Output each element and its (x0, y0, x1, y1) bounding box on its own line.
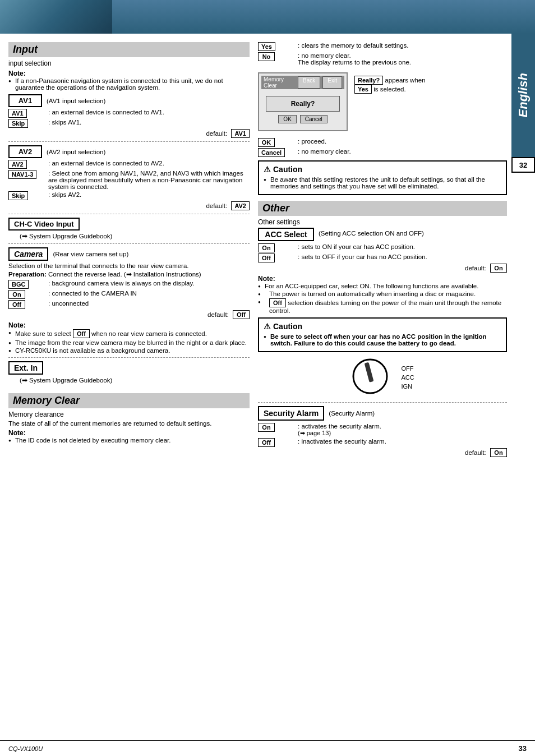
acc-note-3: Off selection disables turning on the po… (258, 298, 507, 314)
caution2-title: ⚠ Caution (264, 322, 501, 331)
acc-ign-label-item: IGN (401, 383, 414, 390)
security-off-item: Off : inactivates the security alarm. (258, 438, 507, 447)
camera-desc-off: : unconnected (48, 300, 250, 307)
camera-block: Camera (Rear view camera set up) Selecti… (8, 247, 250, 354)
yes-item: Yes : clears the memory to default setti… (258, 42, 507, 51)
av2-desc-2: : Select one from among NAV1, NAV2, and … (48, 170, 250, 190)
security-alarm-label: Security Alarm (258, 406, 324, 421)
input-note-item: If a non-Panasonic navigation system is … (8, 77, 250, 91)
banner-image (0, 0, 112, 34)
camera-item-bgc: BGC : background camera view is always o… (8, 280, 250, 289)
camera-key-bgc: BGC (8, 280, 29, 289)
acc-on-desc: : sets to ON if your car has ACC positio… (298, 243, 507, 250)
camera-note-2: The image from the rear view camera may … (8, 339, 250, 346)
screenshot-back-btn: Back (298, 76, 320, 89)
cancel-item: Cancel : no memory clear. (258, 148, 507, 157)
other-subtitle: Other settings (258, 218, 507, 226)
camera-item-on: On : connected to the CAMERA IN (8, 290, 250, 299)
bottom-model: CQ-VX100U (8, 745, 43, 752)
screenshot-buttons: OK Cancel (266, 115, 340, 123)
acc-labels: OFF ACC IGN (401, 365, 414, 390)
acc-off-label-item: OFF (401, 365, 414, 372)
yes-no-block: Yes : clears the memory to default setti… (258, 42, 507, 66)
language-label: English (516, 73, 531, 117)
av1-default: default: AV1 (8, 129, 250, 138)
cancel-desc: : no memory clear. (298, 148, 507, 155)
memory-clear-desc: The state of all of the current memories… (8, 420, 250, 427)
av2-item-2: NAV1-3 : Select one from among NAV1, NAV… (8, 170, 250, 190)
acc-note-1: For an ACC-equipped car, select ON. The … (258, 283, 507, 289)
camera-note-title: Note: (8, 321, 26, 329)
av2-desc-skip: : skips AV2. (48, 191, 250, 198)
av1-desc-2: : skips AV1. (48, 119, 250, 126)
camera-key-on: On (8, 290, 25, 299)
no-item: No : no memory clear. The display return… (258, 52, 507, 66)
screenshot-cancel-btn: Cancel (300, 115, 328, 123)
av2-item-1: AV2 : an external device is connected to… (8, 160, 250, 169)
acc-select-subtitle: (Setting ACC selection ON and OFF) (319, 228, 424, 237)
av2-block: AV2 (AV2 input selection) AV2 : an exter… (8, 145, 250, 210)
av1-desc-1: : an external device is connected to AV1… (48, 109, 250, 116)
ok-desc: : proceed. (298, 138, 507, 145)
memory-clear-note: Note: The ID code is not deleted by exec… (8, 429, 250, 444)
av2-label: AV2 (8, 145, 42, 158)
av1-subtitle: (AV1 input selection) (47, 98, 105, 104)
ch-c-ref: (➡ System Upgrade Guidebook) (20, 232, 250, 240)
camera-label: Camera (8, 247, 48, 261)
acc-select-label: ACC Select (258, 228, 314, 241)
ok-cancel-block: OK : proceed. Cancel : no memory clear. (258, 138, 507, 157)
caution1-title: ⚠ Caution (264, 165, 501, 174)
bottom-page-right: 33 (519, 744, 527, 753)
av2-key-1: AV2 (8, 160, 27, 169)
security-on-key: On (258, 423, 275, 432)
screenshot-really: Really? (266, 96, 340, 112)
av1-key-2: Skip (8, 119, 28, 128)
caution1-box: ⚠ Caution Be aware that this setting res… (258, 160, 507, 195)
no-label: No (258, 52, 275, 61)
camera-desc-on: : connected to the CAMERA IN (48, 290, 250, 297)
av1-default-value: AV1 (231, 129, 250, 138)
screenshot-exit-btn: Exit (322, 76, 342, 89)
language-tab: English (511, 34, 535, 157)
acc-note: Note: For an ACC-equipped car, select ON… (258, 275, 507, 314)
av1-label: AV1 (8, 94, 42, 107)
security-default: default: On (258, 448, 507, 457)
ch-c-label: CH-C Video Input (8, 218, 80, 231)
no-desc: : no memory clear. The display returns t… (298, 52, 507, 66)
security-on-desc: : activates the security alarm.(➡ page 1… (298, 423, 507, 437)
av2-desc-1: : an external device is connected to AV2… (48, 160, 250, 167)
acc-select-header: ACC Select (Setting ACC selection ON and… (258, 228, 507, 241)
ok-item: OK : proceed. (258, 138, 507, 147)
camera-default: default: Off (8, 310, 250, 319)
security-alarm-subtitle: (Security Alarm) (329, 410, 375, 417)
callout-really: Really? (354, 76, 383, 85)
input-section: Input input selection Note: If a non-Pan… (8, 42, 250, 384)
security-default-value: On (490, 448, 507, 457)
camera-note: Note: Make sure to select Off when no re… (8, 321, 250, 354)
av2-default: default: AV2 (8, 201, 250, 210)
camera-note-1: Make sure to select Off when no rear vie… (8, 329, 250, 338)
screenshot-ok-btn: OK (278, 115, 296, 123)
input-note: Note: If a non-Panasonic navigation syst… (8, 70, 250, 91)
camera-prep: Preparation: Connect the reverse lead. (… (8, 270, 250, 278)
acc-on-item: On : sets to ON if your car has ACC posi… (258, 243, 507, 252)
acc-note-2: The power is turned on automatically whe… (258, 291, 507, 297)
caution1-text: Be aware that this setting restores the … (264, 176, 501, 190)
ext-in-label: Ext. In (8, 361, 43, 375)
camera-desc-bgc: : background camera view is always on th… (48, 280, 250, 287)
acc-note-title: Note: (258, 275, 275, 283)
screenshot-area: Memory Clear Back Exit Really? OK Cancel… (258, 70, 507, 133)
acc-default: default: On (258, 264, 507, 273)
acc-circle-svg (350, 357, 390, 396)
acc-acc-label: ACC (401, 374, 414, 381)
camera-item-off: Off : unconnected (8, 300, 250, 309)
acc-acc-label-item: ACC (401, 374, 414, 381)
av1-block: AV1 (AV1 input selection) AV1 : an exter… (8, 94, 250, 138)
screenshot-callout: Really? appears when Yes is selected. (354, 76, 444, 94)
camera-desc: Selection of the terminal that connects … (8, 262, 250, 269)
callout-yes: Yes (354, 85, 372, 94)
security-on-item: On : activates the security alarm.(➡ pag… (258, 423, 507, 437)
cancel-label: Cancel (258, 148, 285, 157)
ext-in-ref: (➡ System Upgrade Guidebook) (20, 376, 250, 384)
memory-clear-subtitle: Memory clearance (8, 411, 250, 418)
